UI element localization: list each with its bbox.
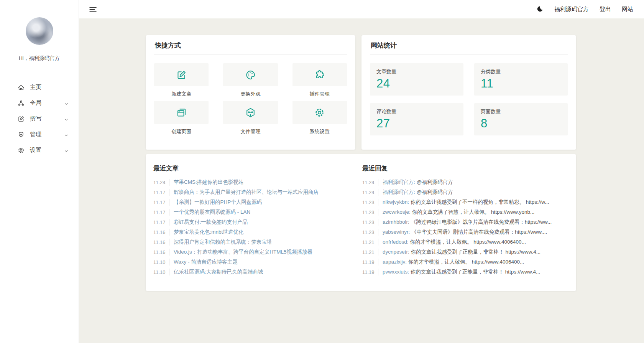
content-container: 快捷方式 新建文章 更换外观 插件管理	[146, 35, 576, 291]
reply-date: 11.21	[362, 249, 378, 255]
post-link[interactable]: 深得用户肯定和信赖的主机系统：梦奈宝塔	[174, 239, 272, 245]
sidebar: Hi，福利源码官方 主页 全局 撰写 管理 设置	[0, 0, 79, 343]
reply-user-link[interactable]: yabsewinyr:	[383, 229, 410, 235]
reply-date: 11.23	[362, 209, 378, 215]
reply-body: nikwjvykbn:你的文章让我感受到了不一样的视角，非常精彩。 https:…	[378, 199, 549, 206]
reply-date: 11.23	[362, 219, 378, 225]
reply-user-link[interactable]: azimhbbolr:	[383, 219, 409, 225]
post-link[interactable]: 梦奈宝塔美化包:mnbt世道优化	[174, 229, 243, 235]
quick-item-new-page[interactable]: 创建页面	[154, 101, 209, 135]
post-date: 11.10	[153, 269, 169, 275]
reply-user-link[interactable]: 福利源码官方:	[383, 189, 415, 195]
post-date: 11.16	[153, 229, 169, 235]
logout-link[interactable]: 登出	[600, 6, 611, 13]
quick-item-new-post[interactable]: 新建文章	[154, 63, 209, 97]
pen-square-icon	[154, 63, 209, 86]
post-link[interactable]: 彩虹易支付:一款免签约支付产品	[174, 219, 248, 225]
home-icon	[18, 84, 25, 91]
reply-row: 11.23 yabsewinyr:《中华丈夫国语》剧情片高清在线免费观看：htt…	[362, 227, 568, 237]
sidebar-item-manage[interactable]: 管理	[0, 127, 79, 142]
recent-posts-column: 最近文章 11.24 苹果CMS:搭建你的出色影视站 11.17 辉焕商店：为手…	[153, 154, 362, 281]
reply-body: onfrfedosd:你的才华横溢，让人敬佩。 https://www.4006…	[378, 239, 526, 246]
quick-shortcuts-title: 快捷方式	[154, 35, 347, 55]
reply-user-link[interactable]: nikwjvykbn:	[383, 199, 409, 205]
quick-item-files[interactable]: 文件管理	[223, 101, 278, 135]
reply-message: 你的文章让我感受到了正能量，非常棒！ https://www.4...	[409, 249, 540, 255]
post-row: 11.17 【亲测】一款好用的PHP个人网盘源码	[153, 197, 362, 207]
quick-shortcuts-grid: 新建文章 更换外观 插件管理 创建页面	[154, 63, 347, 139]
reply-row: 11.24 福利源码官方:@福利源码官方	[362, 187, 568, 197]
reply-row: 11.19 aapazlxijv:你的才华横溢，让人敬佩。 https://ww…	[362, 257, 568, 267]
post-date: 11.17	[153, 209, 169, 215]
reply-row: 11.23 nikwjvykbn:你的文章让我感受到了不一样的视角，非常精彩。 …	[362, 197, 568, 207]
sidebar-item-settings[interactable]: 设置	[0, 142, 79, 158]
reply-user-link[interactable]: zwcwrkosje:	[383, 209, 411, 215]
sidebar-item-write[interactable]: 撰写	[0, 111, 79, 127]
stat-label: 文章数量	[376, 68, 457, 75]
post-body: 深得用户肯定和信赖的主机系统：梦奈宝塔	[169, 239, 272, 246]
reply-user-link[interactable]: aapazlxijv:	[383, 259, 407, 265]
reply-body: 福利源码官方:@福利源码官方	[378, 189, 453, 196]
gear-icon	[18, 147, 25, 154]
post-body: 苹果CMS:搭建你的出色影视站	[169, 179, 243, 186]
reply-date: 11.24	[362, 190, 378, 195]
hamburger-menu-icon[interactable]	[89, 5, 97, 14]
sidebar-menu: 主页 全局 撰写 管理 设置	[0, 79, 79, 158]
post-row: 11.10 亿乐社区源码:大家期待已久的高端商城	[153, 267, 362, 277]
post-body: 辉焕商店：为手表用户量身打造的社区、论坛与一站式应用商店	[169, 189, 319, 196]
sidebar-item-label: 设置	[30, 147, 41, 154]
quick-item-plugins[interactable]: 插件管理	[292, 63, 347, 97]
post-link[interactable]: Waxy - 简洁自适应博客主题	[174, 259, 238, 265]
reply-row: 11.23 zwcwrkosje:你的文章充满了智慧，让人敬佩。 https:/…	[362, 207, 568, 217]
main-content: 快捷方式 新建文章 更换外观 插件管理	[79, 18, 644, 343]
quick-item-label: 创建页面	[154, 128, 209, 135]
reply-row: 11.21 dycnpesetr:你的文章让我感受到了正能量，非常棒！ http…	[362, 247, 568, 257]
gear-icon	[292, 101, 347, 124]
chevron-down-icon	[64, 148, 69, 153]
dark-mode-toggle[interactable]	[536, 5, 544, 13]
sidebar-item-home[interactable]: 主页	[0, 79, 79, 95]
stat-value: 8	[481, 117, 561, 130]
site-link[interactable]: 网站	[622, 6, 633, 13]
post-link[interactable]: 辉焕商店：为手表用户量身打造的社区、论坛与一站式应用商店	[174, 189, 319, 195]
post-link[interactable]: Video.js：打造功能丰富、跨平台的自定义HTML5视频播放器	[174, 249, 312, 255]
reply-date: 11.23	[362, 229, 378, 235]
post-date: 11.16	[153, 239, 169, 245]
stat-pages: 页面数量 8	[474, 103, 568, 135]
reply-body: azimhbbolr:《跨过鸭绿江电影版》战争片高清在线免费观看：https:/…	[378, 219, 552, 226]
stat-categories: 分类数量 11	[474, 63, 568, 96]
reply-user-link[interactable]: dycnpesetr:	[383, 249, 409, 255]
quick-item-label: 新建文章	[154, 91, 209, 97]
reply-user-link[interactable]: pvwxxxiuts:	[383, 269, 409, 275]
quick-item-label: 文件管理	[223, 128, 278, 135]
reply-message: 你的文章让我感受到了不一样的视角，非常精彩。 https://w...	[409, 199, 549, 205]
post-link[interactable]: 亿乐社区源码:大家期待已久的高端商城	[174, 269, 263, 275]
reply-message: 你的才华横溢，让人敬佩。 https://www.4006400...	[407, 259, 524, 265]
sidebar-item-global[interactable]: 全局	[0, 95, 79, 111]
post-body: 亿乐社区源码:大家期待已久的高端商城	[169, 269, 263, 275]
reply-message: @福利源码官方	[415, 179, 453, 185]
post-link[interactable]: 苹果CMS:搭建你的出色影视站	[174, 179, 243, 185]
post-row: 11.17 一个优秀的朋友圈系统源码 - LAN	[153, 207, 362, 217]
site-stats-grid: 文章数量 24 分类数量 11 评论数量 27 页面数量 8	[370, 63, 568, 135]
chevron-down-icon	[64, 132, 69, 137]
reply-body: yabsewinyr:《中华丈夫国语》剧情片高清在线免费观看：https://w…	[378, 229, 547, 236]
reply-user-link[interactable]: onfrfedosd:	[383, 239, 409, 245]
top-cards-row: 快捷方式 新建文章 更换外观 插件管理	[146, 35, 576, 150]
reply-message: 《跨过鸭绿江电影版》战争片高清在线免费观看：https://ww...	[409, 219, 552, 225]
reply-row: 11.24 福利源码官方:@福利源码官方	[362, 177, 568, 187]
topbar-username-link[interactable]: 福利源码官方	[554, 6, 589, 13]
quick-item-label: 更换外观	[223, 91, 278, 97]
topbar: 福利源码官方 登出 网站	[0, 0, 644, 18]
post-link[interactable]: 一个优秀的朋友圈系统源码 - LAN	[174, 209, 250, 215]
stat-value: 27	[376, 117, 457, 130]
quick-item-system-settings[interactable]: 系统设置	[292, 101, 347, 135]
quick-item-change-theme[interactable]: 更换外观	[223, 63, 278, 97]
reply-date: 11.23	[362, 200, 378, 205]
reply-user-link[interactable]: 福利源码官方:	[383, 179, 415, 185]
shield-icon	[18, 131, 25, 138]
stat-label: 分类数量	[481, 68, 561, 75]
post-row: 11.16 深得用户肯定和信赖的主机系统：梦奈宝塔	[153, 237, 362, 247]
avatar[interactable]	[26, 17, 53, 45]
post-link[interactable]: 【亲测】一款好用的PHP个人网盘源码	[174, 199, 262, 205]
